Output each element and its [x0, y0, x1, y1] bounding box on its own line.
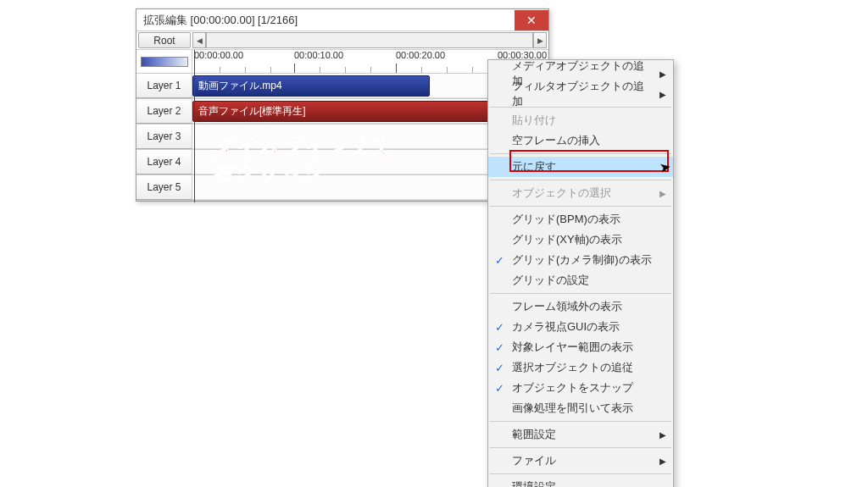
menu-separator: [490, 293, 671, 294]
ruler-tick-label: 00:00:20.00: [396, 50, 445, 60]
menu-separator: [490, 473, 671, 474]
menu-insert-empty-frame[interactable]: 空フレームの挿入: [488, 130, 673, 151]
menu-separator: [490, 206, 671, 207]
menu-snap-object[interactable]: ✓オブジェクトをスナップ: [488, 378, 673, 398]
menu-paste: 貼り付け: [488, 110, 673, 130]
ruler-tick-label: 00:00:00.00: [194, 50, 243, 60]
menu-select-object: オブジェクトの選択▶: [488, 183, 673, 203]
chevron-right-icon: ▶: [659, 69, 666, 79]
scroll-track[interactable]: [206, 32, 533, 48]
layer-header[interactable]: Layer 3: [136, 125, 192, 149]
menu-add-filter-object[interactable]: フィルタオブジェクトの追加▶: [488, 84, 673, 104]
chevron-right-icon: ▶: [659, 90, 666, 99]
menu-frame-outside[interactable]: フレーム領域外の表示: [488, 296, 673, 317]
check-icon: ✓: [495, 341, 504, 354]
audio-clip[interactable]: 音声ファイル[標準再生]: [192, 101, 489, 122]
menu-grid-xy[interactable]: グリッド(XY軸)の表示: [488, 230, 673, 250]
ruler-tick-label: 00:00:10.00: [294, 50, 343, 60]
check-icon: ✓: [495, 254, 504, 267]
menu-separator: [490, 153, 671, 154]
scroll-right-button[interactable]: ▶: [533, 32, 547, 48]
layer-header[interactable]: Layer 1: [136, 74, 192, 98]
menu-separator: [490, 447, 671, 448]
menu-undo[interactable]: 元に戻す: [488, 157, 673, 177]
menu-separator: [490, 180, 671, 180]
window-title: 拡張編集 [00:00:00.00] [1/2166]: [136, 13, 515, 28]
menu-thin-display[interactable]: 画像処理を間引いて表示: [488, 398, 673, 418]
chevron-right-icon: ▶: [659, 189, 666, 198]
clip-label: 音声ファイル[標準再生]: [198, 104, 306, 119]
menu-grid-camera[interactable]: ✓グリッド(カメラ制御)の表示: [488, 250, 673, 270]
close-icon: ✕: [526, 14, 537, 27]
titlebar: 拡張編集 [00:00:00.00] [1/2166] ✕: [136, 9, 548, 31]
layer-header[interactable]: Layer 4: [136, 150, 192, 174]
menu-separator: [490, 421, 671, 422]
menu-layer-range[interactable]: ✓対象レイヤー範囲の表示: [488, 337, 673, 357]
menu-follow-select[interactable]: ✓選択オブジェクトの追従: [488, 357, 673, 378]
chevron-right-icon: ▶: [659, 457, 666, 466]
check-icon: ✓: [495, 321, 504, 334]
check-icon: ✓: [495, 382, 504, 395]
scroll-left-button[interactable]: ◀: [192, 32, 206, 48]
menu-camera-gui[interactable]: ✓カメラ視点GUIの表示: [488, 317, 673, 337]
playhead[interactable]: [194, 50, 195, 202]
menu-env-settings[interactable]: 環境設定: [488, 477, 673, 487]
menu-grid-bpm[interactable]: グリッド(BPM)の表示: [488, 209, 673, 230]
zoom-scale[interactable]: [136, 50, 192, 73]
check-icon: ✓: [495, 362, 504, 374]
menu-file[interactable]: ファイル▶: [488, 451, 673, 471]
menu-range-settings[interactable]: 範囲設定▶: [488, 424, 673, 445]
video-clip[interactable]: 動画ファイル.mp4: [192, 75, 430, 97]
layer-header[interactable]: Layer 2: [136, 99, 192, 124]
layer-header[interactable]: Layer 5: [136, 175, 192, 200]
close-button[interactable]: ✕: [515, 10, 548, 30]
chevron-right-icon: ▶: [659, 430, 666, 440]
scrollbar-row: Root ◀ ▶: [136, 31, 548, 50]
menu-grid-settings[interactable]: グリッドの設定: [488, 270, 673, 291]
zoom-scale-bar: [141, 57, 188, 67]
context-menu: メディアオブジェクトの追加▶ フィルタオブジェクトの追加▶ 貼り付け 空フレーム…: [487, 59, 674, 487]
root-button[interactable]: Root: [138, 32, 191, 48]
clip-label: 動画ファイル.mp4: [198, 79, 282, 93]
